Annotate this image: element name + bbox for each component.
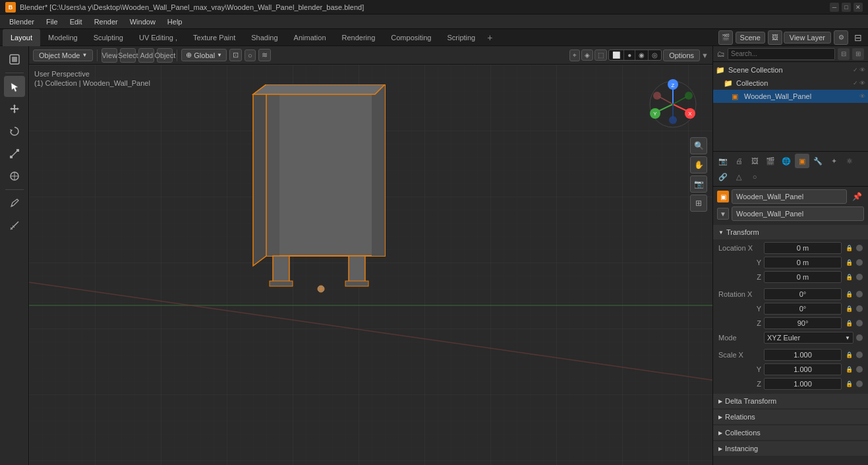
- tab-texture-paint[interactable]: Texture Paint: [185, 29, 243, 46]
- rotation-mode-selector[interactable]: XYZ Euler ▼: [764, 332, 854, 344]
- view-layer-options-icon[interactable]: ⚙: [834, 30, 848, 45]
- location-x-dot[interactable]: [856, 245, 863, 251]
- ortho-grid-btn[interactable]: ⊞: [690, 195, 707, 212]
- menu-file[interactable]: File: [41, 16, 63, 27]
- maximize-button[interactable]: □: [842, 3, 851, 12]
- proportional-edit-btn[interactable]: ○: [245, 49, 256, 61]
- snap-settings-btn[interactable]: ≋: [258, 49, 271, 61]
- collection-check[interactable]: ✓: [853, 80, 858, 86]
- transform-space-btn[interactable]: ⊕ Global ▼: [181, 49, 227, 61]
- tab-animation[interactable]: Animation: [286, 29, 334, 46]
- viewport-canvas[interactable]: User Perspective (1) Collection | Wooden…: [29, 65, 712, 465]
- tab-compositing[interactable]: Compositing: [383, 29, 439, 46]
- pan-btn[interactable]: ✋: [690, 156, 707, 173]
- rotation-z-lock[interactable]: 🔒: [844, 320, 854, 326]
- rotation-x-dot[interactable]: [856, 291, 863, 297]
- filter-icon[interactable]: ⊟: [851, 30, 865, 45]
- menu-window[interactable]: Window: [125, 16, 161, 27]
- view-layer-button[interactable]: View Layer: [784, 32, 831, 44]
- wire-shading-btn[interactable]: ⬜: [609, 50, 624, 60]
- add-menu-btn[interactable]: Add: [138, 48, 154, 63]
- menu-render[interactable]: Render: [89, 16, 123, 27]
- render-shading-btn[interactable]: ◎: [649, 50, 661, 60]
- object-mode-selector[interactable]: Object Mode ▼: [33, 49, 93, 61]
- rotation-x-field[interactable]: 0°: [764, 288, 842, 300]
- output-props-btn[interactable]: 🖨: [732, 154, 746, 168]
- data-props-btn[interactable]: △: [732, 170, 746, 184]
- tab-scripting[interactable]: Scripting: [439, 29, 483, 46]
- rotation-mode-dot[interactable]: [856, 334, 863, 341]
- overlay-btn[interactable]: ◈: [581, 49, 593, 61]
- location-y-lock[interactable]: 🔒: [844, 259, 854, 266]
- outliner-filter-btn[interactable]: ⊟: [838, 48, 850, 60]
- measure-tool-btn[interactable]: [4, 215, 25, 236]
- transform-tool-btn[interactable]: [4, 166, 25, 187]
- rotation-z-dot[interactable]: [856, 320, 863, 326]
- move-tool-btn[interactable]: [4, 98, 25, 119]
- scene-collection-check[interactable]: ✓: [853, 67, 858, 73]
- menu-edit[interactable]: Edit: [65, 16, 88, 27]
- location-z-field[interactable]: 0 m: [764, 271, 842, 283]
- tab-shading[interactable]: Shading: [243, 29, 285, 46]
- world-props-btn[interactable]: 🌐: [779, 154, 794, 168]
- object-name-input[interactable]: Wooden_Wall_Panel: [732, 189, 847, 204]
- delta-transform-header[interactable]: ▶ Delta Transform: [713, 394, 868, 408]
- object-item[interactable]: ▣ Wooden_Wall_Panel 👁: [713, 90, 868, 103]
- gizmo-btn[interactable]: ⌖: [569, 49, 580, 61]
- tab-sculpting[interactable]: Sculpting: [86, 29, 131, 46]
- material-shading-btn[interactable]: ◉: [635, 50, 649, 60]
- location-x-field[interactable]: 0 m: [764, 242, 842, 254]
- xray-btn[interactable]: ⬚: [594, 49, 607, 61]
- scale-z-lock[interactable]: 🔒: [844, 381, 854, 387]
- snap-btn[interactable]: ⊡: [229, 49, 242, 61]
- menu-blender[interactable]: Blender: [4, 16, 40, 27]
- cursor-tool-btn[interactable]: [4, 76, 25, 97]
- select-menu-btn[interactable]: Select: [120, 48, 136, 63]
- relations-header[interactable]: ▶ Relations: [713, 410, 868, 424]
- object-eye[interactable]: 👁: [859, 93, 865, 100]
- rotate-tool-btn[interactable]: [4, 121, 25, 142]
- location-z-lock[interactable]: 🔒: [844, 274, 854, 280]
- scale-z-dot[interactable]: [856, 381, 863, 387]
- solid-shading-btn[interactable]: ●: [624, 50, 635, 60]
- pin-object-btn[interactable]: 📌: [850, 189, 864, 204]
- location-z-dot[interactable]: [856, 274, 863, 280]
- physics-props-btn[interactable]: ⚛: [842, 154, 857, 168]
- rotation-y-lock[interactable]: 🔒: [844, 305, 854, 312]
- scale-tool-btn[interactable]: [4, 143, 25, 164]
- view-layer-props-btn[interactable]: 🖼: [747, 154, 762, 168]
- rotation-x-lock[interactable]: 🔒: [844, 291, 854, 297]
- scale-y-lock[interactable]: 🔒: [844, 366, 854, 373]
- scene-collection-eye[interactable]: 👁: [859, 67, 865, 73]
- tab-uv-editing[interactable]: UV Editing ,: [131, 29, 185, 46]
- collections-section-header[interactable]: ▶ Collections: [713, 425, 868, 440]
- outliner-highlight-btn[interactable]: ⊞: [852, 48, 864, 60]
- object-data-name-input[interactable]: Wooden_Wall_Panel: [732, 206, 864, 221]
- render-engine-icon[interactable]: 🎬: [718, 30, 733, 45]
- scene-props-btn[interactable]: 🎬: [763, 154, 778, 168]
- constraints-props-btn[interactable]: 🔗: [716, 170, 730, 184]
- outliner-search-input[interactable]: [728, 48, 835, 60]
- scale-x-dot[interactable]: [856, 352, 863, 358]
- annotate-tool-btn[interactable]: [4, 193, 25, 214]
- close-button[interactable]: ✕: [854, 3, 863, 12]
- rotation-y-dot[interactable]: [856, 305, 863, 312]
- collection-eye[interactable]: 👁: [859, 80, 865, 86]
- minimize-button[interactable]: ─: [830, 3, 839, 12]
- scene-selector[interactable]: Scene: [736, 32, 765, 44]
- menu-help[interactable]: Help: [162, 16, 188, 27]
- instancing-header[interactable]: ▶ Instancing: [713, 441, 868, 456]
- mode-selector-btn[interactable]: [4, 49, 25, 70]
- object-data-type-btn[interactable]: ▼: [717, 208, 729, 220]
- options-btn[interactable]: Options: [663, 49, 700, 61]
- location-x-lock[interactable]: 🔒: [844, 245, 854, 251]
- location-y-field[interactable]: 0 m: [764, 257, 842, 268]
- scale-y-field[interactable]: 1.000: [764, 363, 842, 375]
- zoom-in-btn[interactable]: 🔍: [690, 137, 707, 154]
- collection-item[interactable]: 📁 Collection ✓ 👁: [713, 77, 868, 90]
- add-workspace-button[interactable]: +: [483, 31, 496, 44]
- scene-collection-item[interactable]: 📁 Scene Collection ✓ 👁: [713, 63, 868, 77]
- rotation-y-field[interactable]: 0°: [764, 303, 842, 315]
- scale-x-lock[interactable]: 🔒: [844, 352, 854, 358]
- location-y-dot[interactable]: [856, 259, 863, 266]
